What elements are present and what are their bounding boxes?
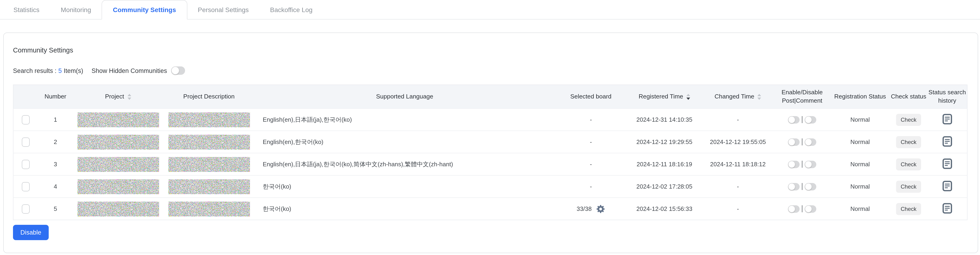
history-document-icon bbox=[942, 114, 952, 124]
check-status-button[interactable]: Check bbox=[896, 180, 921, 192]
row-checkbox[interactable] bbox=[22, 160, 30, 169]
redacted-project-name bbox=[77, 112, 159, 127]
check-status-button[interactable]: Check bbox=[896, 203, 921, 215]
redacted-project-description bbox=[168, 157, 250, 172]
header-supported-language: Supported Language bbox=[255, 85, 555, 109]
table-header-row: Number Project Project Description Suppo… bbox=[13, 85, 967, 109]
post-toggle[interactable] bbox=[788, 160, 800, 168]
supported-language: English(en),日本語(ja),한국어(ko),简体中文(zh-hans… bbox=[255, 153, 555, 175]
toggle-divider bbox=[802, 183, 802, 190]
changed-time: 2024-12-12 19:55:05 bbox=[702, 131, 774, 153]
row-number: 2 bbox=[38, 131, 73, 153]
search-results-label: Search results : bbox=[13, 67, 57, 74]
selected-board: - bbox=[555, 153, 627, 175]
status-search-history-button[interactable] bbox=[942, 114, 952, 124]
show-hidden-communities-label: Show Hidden Communities bbox=[92, 67, 167, 74]
post-toggle[interactable] bbox=[788, 116, 800, 123]
header-checkbox bbox=[13, 85, 38, 109]
header-selected-board: Selected board bbox=[555, 85, 627, 109]
sort-icon-changed-time[interactable] bbox=[757, 94, 761, 100]
row-checkbox[interactable] bbox=[22, 137, 30, 146]
board-settings-button[interactable] bbox=[596, 204, 605, 213]
registration-status: Normal bbox=[830, 153, 890, 175]
search-summary-row: Search results : 5 Item(s) Show Hidden C… bbox=[13, 66, 969, 75]
redacted-project-name bbox=[77, 201, 159, 216]
history-document-icon bbox=[942, 136, 952, 146]
redacted-project-name bbox=[77, 179, 159, 194]
toggle-divider bbox=[802, 138, 802, 145]
tab-statistics[interactable]: Statistics bbox=[3, 0, 50, 19]
sort-icon-project[interactable] bbox=[127, 94, 131, 100]
gear-icon bbox=[596, 204, 605, 213]
comment-toggle[interactable] bbox=[805, 160, 816, 168]
history-document-icon bbox=[942, 203, 952, 213]
registered-time: 2024-12-02 17:28:05 bbox=[627, 175, 702, 198]
check-status-button[interactable]: Check bbox=[896, 136, 921, 148]
sort-icon-registered-time[interactable] bbox=[686, 94, 690, 100]
comment-toggle[interactable] bbox=[805, 138, 816, 146]
selected-board: - bbox=[555, 131, 627, 153]
header-project[interactable]: Project bbox=[73, 85, 164, 109]
status-search-history-button[interactable] bbox=[942, 136, 952, 146]
selected-board: - bbox=[555, 109, 627, 131]
disable-button[interactable]: Disable bbox=[13, 225, 49, 240]
header-check-status: Check status bbox=[890, 85, 928, 109]
comment-toggle[interactable] bbox=[805, 116, 816, 123]
tab-personal-settings[interactable]: Personal Settings bbox=[187, 0, 259, 19]
registered-time: 2024-12-02 15:56:33 bbox=[627, 198, 702, 220]
page-title: Community Settings bbox=[13, 47, 969, 54]
page: Statistics Monitoring Community Settings… bbox=[0, 0, 980, 255]
communities-table: Number Project Project Description Suppo… bbox=[13, 85, 967, 220]
supported-language: 한국어(ko) bbox=[255, 198, 555, 220]
table-row: 5 한국어(ko) 33/38 2024-12-02 15:56:33 - No… bbox=[13, 198, 967, 220]
header-enable-disable: Enable/Disable Post|Comment bbox=[774, 85, 830, 109]
registered-time: 2024-12-31 14:10:35 bbox=[627, 109, 702, 131]
changed-time: - bbox=[702, 175, 774, 198]
check-status-button[interactable]: Check bbox=[896, 158, 921, 170]
status-search-history-button[interactable] bbox=[942, 180, 952, 191]
header-changed-time[interactable]: Changed Time bbox=[702, 85, 774, 109]
table-row: 1 English(en),日本語(ja),한국어(ko) - 2024-12-… bbox=[13, 109, 967, 131]
row-checkbox[interactable] bbox=[22, 182, 30, 191]
row-number: 3 bbox=[38, 153, 73, 175]
changed-time: - bbox=[702, 198, 774, 220]
search-results-suffix: Item(s) bbox=[64, 67, 83, 74]
show-hidden-communities-toggle[interactable] bbox=[171, 66, 185, 75]
comment-toggle[interactable] bbox=[805, 183, 816, 190]
registration-status: Normal bbox=[830, 131, 890, 153]
post-toggle[interactable] bbox=[788, 138, 800, 146]
tab-community-settings[interactable]: Community Settings bbox=[102, 0, 187, 19]
row-number: 4 bbox=[38, 175, 73, 198]
status-search-history-button[interactable] bbox=[942, 158, 952, 169]
selected-board: 33/38 bbox=[576, 205, 592, 212]
tab-bar: Statistics Monitoring Community Settings… bbox=[0, 0, 980, 19]
registration-status: Normal bbox=[830, 198, 890, 220]
header-status-search-history: Status search history bbox=[928, 85, 967, 109]
row-checkbox[interactable] bbox=[22, 204, 30, 213]
registration-status: Normal bbox=[830, 175, 890, 198]
header-registered-time[interactable]: Registered Time bbox=[627, 85, 702, 109]
tab-backoffice-log[interactable]: Backoffice Log bbox=[259, 0, 323, 19]
header-project-description: Project Description bbox=[164, 85, 255, 109]
redacted-project-name bbox=[77, 157, 159, 172]
registered-time: 2024-12-11 18:16:19 bbox=[627, 153, 702, 175]
toggle-divider bbox=[802, 161, 802, 168]
row-checkbox[interactable] bbox=[22, 115, 30, 124]
changed-time: 2024-12-11 18:18:12 bbox=[702, 153, 774, 175]
header-number: Number bbox=[38, 85, 73, 109]
redacted-project-description bbox=[168, 112, 250, 127]
supported-language: 한국어(ko) bbox=[255, 175, 555, 198]
row-number: 1 bbox=[38, 109, 73, 131]
toggle-divider bbox=[802, 205, 802, 212]
supported-language: English(en),한국어(ko) bbox=[255, 131, 555, 153]
selected-board: - bbox=[555, 175, 627, 198]
changed-time: - bbox=[702, 109, 774, 131]
status-search-history-button[interactable] bbox=[942, 203, 952, 213]
table-row: 3 English(en),日本語(ja),한국어(ko),简体中文(zh-ha… bbox=[13, 153, 967, 175]
post-toggle[interactable] bbox=[788, 205, 800, 213]
history-document-icon bbox=[942, 180, 952, 191]
post-toggle[interactable] bbox=[788, 183, 800, 190]
check-status-button[interactable]: Check bbox=[896, 114, 921, 126]
tab-monitoring[interactable]: Monitoring bbox=[50, 0, 102, 19]
comment-toggle[interactable] bbox=[805, 205, 816, 213]
